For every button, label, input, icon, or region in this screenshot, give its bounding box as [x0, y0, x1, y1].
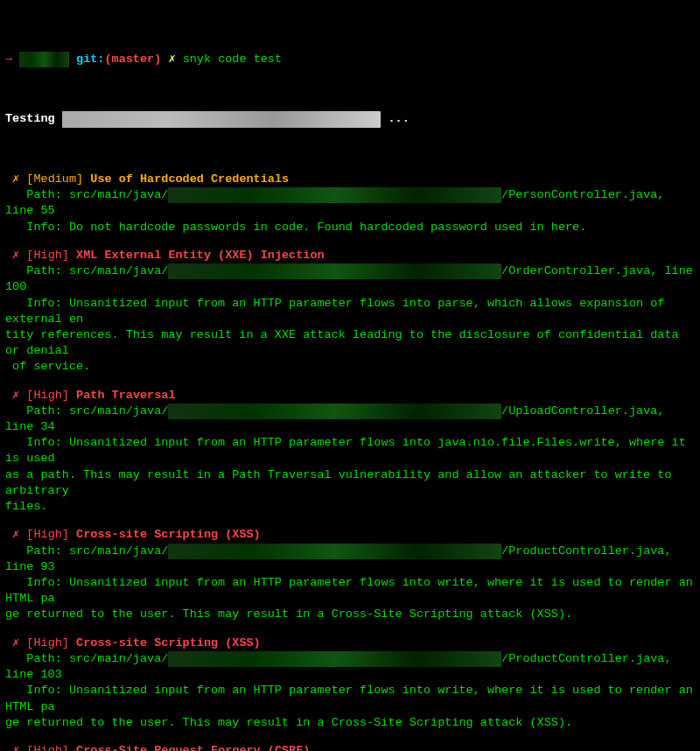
severity-badge: [Medium] — [26, 172, 83, 186]
finding-header: ✗ [High] Path Traversal — [5, 388, 695, 404]
finding-5: ✗ [High] Cross-Site Request Forgery (CSR… — [5, 743, 695, 751]
path-hidden: xxxxxxxxxxxxxxxxxxxxxxxxxxxxxxxxxxxxxxxx… — [168, 651, 501, 667]
finding-path: Path: src/main/java/xxxxxxxxxxxxxxxxxxxx… — [5, 263, 695, 295]
x-icon: ✗ — [12, 249, 19, 262]
git-branch: (master) — [104, 53, 161, 66]
finding-0: ✗ [Medium] Use of Hardcoded Credentials … — [5, 172, 695, 235]
testing-path-hidden: xxxxxxxxxxxxxxxxxxxxxxxxxxxxxxxxxxxxxxxx… — [62, 111, 382, 127]
path-label: Path: — [26, 544, 69, 558]
path-label: Path: — [26, 404, 69, 418]
severity-badge: [High] — [26, 389, 69, 402]
finding-info: Info: Unsanitized input from an HTTP par… — [5, 575, 695, 623]
finding-header: ✗ [High] XML External Entity (XXE) Injec… — [5, 248, 695, 263]
path-label: Path: — [26, 652, 69, 665]
finding-header: ✗ [High] Cross-Site Request Forgery (CSR… — [5, 743, 695, 751]
x-icon: ✗ — [12, 389, 19, 402]
x-icon: ✗ — [12, 744, 19, 751]
x-icon: ✗ — [12, 528, 19, 541]
git-label: git: — [76, 53, 104, 66]
finding-title: Use of Hardcoded Credentials — [90, 172, 289, 186]
path-hidden: xxxxxxxxxxxxxxxxxxxxxxxxxxxxxxxxxxxxxxxx… — [168, 187, 501, 203]
finding-info: Info: Unsanitized input from an HTTP par… — [5, 296, 695, 376]
path-prefix: src/main/java/ — [69, 544, 168, 558]
finding-header: ✗ [Medium] Use of Hardcoded Credentials — [5, 172, 695, 187]
path-prefix: src/main/java/ — [69, 264, 168, 277]
prompt-sep: ✗ — [168, 53, 175, 66]
path-label: Path: — [26, 264, 69, 277]
findings-list: ✗ [Medium] Use of Hardcoded Credentials … — [5, 172, 695, 751]
finding-info: Info: Do not hardcode passwords in code.… — [5, 220, 695, 235]
path-hidden: xxxxxxxxxxxxxxxxxxxxxxxxxxxxxxxxxxxxxxxx… — [168, 544, 501, 559]
finding-info: Info: Unsanitized input from an HTTP par… — [5, 435, 695, 515]
finding-1: ✗ [High] XML External Entity (XXE) Injec… — [5, 248, 695, 376]
testing-dots: ... — [381, 112, 409, 125]
severity-badge: [High] — [26, 249, 69, 262]
prompt-dir-hidden: project — [19, 52, 69, 67]
finding-path: Path: src/main/java/xxxxxxxxxxxxxxxxxxxx… — [5, 651, 695, 683]
x-icon: ✗ — [12, 636, 19, 649]
finding-path: Path: src/main/java/xxxxxxxxxxxxxxxxxxxx… — [5, 404, 695, 435]
path-label: Path: — [26, 188, 69, 201]
finding-title: Cross-site Scripting (XSS) — [76, 636, 261, 649]
prompt-arrow: → — [5, 53, 12, 66]
x-icon: ✗ — [12, 172, 19, 186]
finding-header: ✗ [High] Cross-site Scripting (XSS) — [5, 635, 695, 651]
path-prefix: src/main/java/ — [69, 404, 168, 418]
testing-line: Testing xxxxxxxxxxxxxxxxxxxxxxxxxxxxxxxx… — [5, 111, 695, 127]
finding-4: ✗ [High] Cross-site Scripting (XSS) Path… — [5, 635, 695, 731]
finding-2: ✗ [High] Path Traversal Path: src/main/j… — [5, 388, 695, 516]
finding-title: XML External Entity (XXE) Injection — [76, 249, 325, 262]
finding-title: Path Traversal — [76, 389, 175, 402]
severity-badge: [High] — [26, 636, 69, 649]
path-hidden: xxxxxxxxxxxxxxxxxxxxxxxxxxxxxxxxxxxxxxxx… — [168, 404, 501, 419]
command-text: snyk code test — [183, 53, 282, 66]
testing-label: Testing — [5, 112, 62, 125]
path-prefix: src/main/java/ — [69, 652, 168, 665]
finding-path: Path: src/main/java/xxxxxxxxxxxxxxxxxxxx… — [5, 187, 695, 219]
finding-3: ✗ [High] Cross-site Scripting (XSS) Path… — [5, 527, 695, 622]
severity-badge: [High] — [26, 528, 69, 541]
finding-info: Info: Unsanitized input from an HTTP par… — [5, 683, 695, 731]
finding-title: Cross-site Scripting (XSS) — [76, 528, 261, 541]
path-prefix: src/main/java/ — [69, 188, 168, 201]
severity-badge: [High] — [26, 744, 69, 751]
finding-title: Cross-Site Request Forgery (CSRF) — [76, 744, 310, 751]
finding-header: ✗ [High] Cross-site Scripting (XSS) — [5, 527, 695, 543]
path-hidden: xxxxxxxxxxxxxxxxxxxxxxxxxxxxxxxxxxxxxxxx… — [168, 263, 501, 279]
prompt-line: → project git:(master) ✗ snyk code test — [5, 52, 695, 67]
finding-path: Path: src/main/java/xxxxxxxxxxxxxxxxxxxx… — [5, 544, 695, 575]
